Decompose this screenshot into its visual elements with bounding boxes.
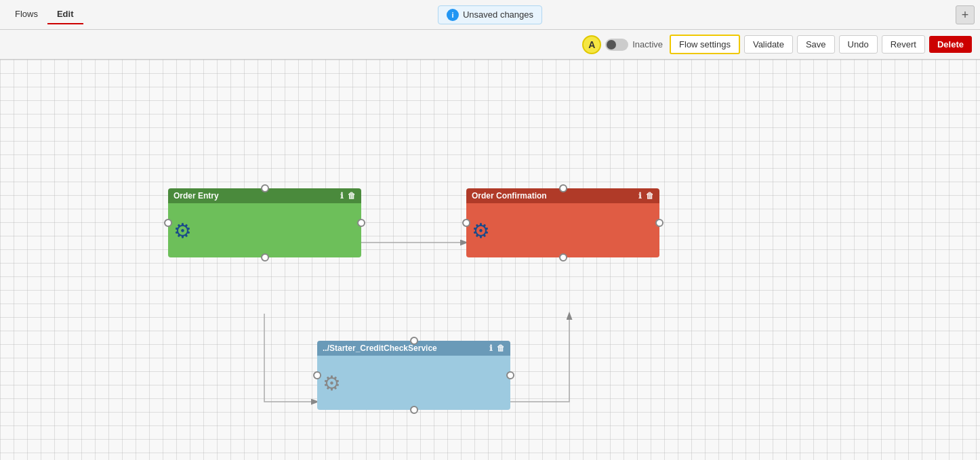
save-button[interactable]: Save — [797, 35, 835, 54]
order-entry-body: ⚙ — [168, 203, 361, 257]
add-button[interactable]: + — [956, 5, 975, 24]
order-confirmation-port-left[interactable] — [462, 219, 470, 227]
order-confirmation-port-right[interactable] — [655, 219, 663, 227]
flow-settings-button[interactable]: Flow settings — [670, 35, 740, 54]
toggle-thumb — [607, 40, 616, 49]
order-entry-info-icon[interactable]: ℹ — [340, 191, 344, 201]
order-confirmation-port-bottom[interactable] — [559, 253, 567, 262]
credit-check-delete-icon[interactable]: 🗑 — [497, 343, 505, 353]
revert-button[interactable]: Revert — [882, 35, 925, 54]
inactive-label: Inactive — [632, 39, 663, 49]
unsaved-text: Unsaved changes — [463, 9, 533, 20]
order-confirmation-body: ⚙ — [466, 203, 659, 257]
flow-canvas: Order Entry ℹ 🗑 ⚙ Order Confirmation ℹ 🗑… — [0, 60, 980, 460]
tab-edit[interactable]: Edit — [47, 5, 83, 24]
tab-flows[interactable]: Flows — [5, 5, 47, 24]
order-entry-port-top[interactable] — [261, 184, 269, 192]
credit-check-port-bottom[interactable] — [410, 406, 418, 414]
order-entry-gear-icon: ⚙ — [173, 219, 192, 243]
order-confirmation-icons: ℹ 🗑 — [638, 191, 654, 201]
order-confirmation-info-icon[interactable]: ℹ — [638, 191, 642, 201]
a-badge: A — [582, 35, 601, 54]
credit-check-node[interactable]: ../Starter_CreditCheckService ℹ 🗑 ⚙ — [317, 341, 510, 410]
top-bar: Flows Edit i Unsaved changes + — [0, 0, 980, 30]
credit-check-icons: ℹ 🗑 — [489, 343, 505, 353]
undo-button[interactable]: Undo — [839, 35, 878, 54]
credit-check-gear-icon: ⚙ — [323, 371, 341, 395]
validate-button[interactable]: Validate — [744, 35, 793, 54]
delete-button[interactable]: Delete — [929, 36, 972, 53]
order-entry-port-bottom[interactable] — [261, 253, 269, 262]
order-confirmation-delete-icon[interactable]: 🗑 — [646, 191, 654, 201]
info-icon: i — [447, 9, 459, 21]
credit-check-title: ../Starter_CreditCheckService — [323, 343, 437, 353]
order-confirmation-title: Order Confirmation — [472, 191, 547, 201]
order-entry-delete-icon[interactable]: 🗑 — [348, 191, 356, 201]
credit-check-port-left[interactable] — [313, 371, 321, 379]
credit-check-port-right[interactable] — [506, 371, 514, 379]
inactive-toggle[interactable] — [605, 39, 628, 51]
order-confirmation-gear-icon: ⚙ — [472, 219, 490, 243]
order-entry-node[interactable]: Order Entry ℹ 🗑 ⚙ — [168, 188, 361, 257]
order-confirmation-node[interactable]: Order Confirmation ℹ 🗑 ⚙ — [466, 188, 659, 257]
credit-check-body: ⚙ — [317, 356, 510, 410]
order-entry-title: Order Entry — [173, 191, 219, 201]
order-entry-icons: ℹ 🗑 — [340, 191, 356, 201]
order-entry-port-left[interactable] — [164, 219, 172, 227]
order-confirmation-port-top[interactable] — [559, 184, 567, 192]
order-entry-port-right[interactable] — [357, 219, 365, 227]
toolbar: A Inactive Flow settings Validate Save U… — [0, 30, 980, 60]
credit-check-info-icon[interactable]: ℹ — [489, 343, 493, 353]
credit-check-port-top[interactable] — [410, 337, 418, 345]
unsaved-badge: i Unsaved changes — [438, 5, 542, 24]
